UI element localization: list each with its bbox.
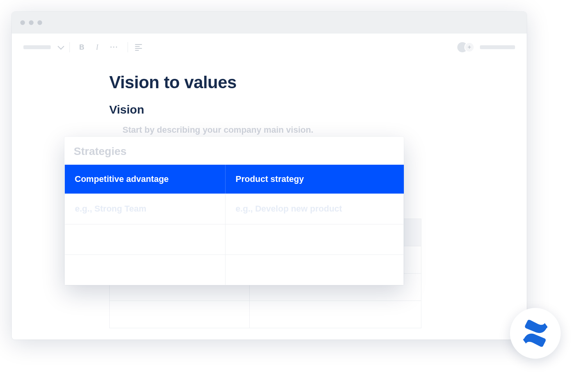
table-row <box>65 224 404 254</box>
table-row <box>65 254 404 285</box>
strategies-column-header-competitive[interactable]: Competitive advantage <box>65 165 226 194</box>
italic-button[interactable]: I <box>94 42 101 53</box>
document-body[interactable]: Vision to values Vision Start by describ… <box>12 73 527 135</box>
strategies-cell[interactable] <box>225 224 403 254</box>
more-formatting-button[interactable]: ··· <box>108 42 121 53</box>
chevron-down-icon[interactable] <box>58 43 64 50</box>
toolbar-right: + <box>457 42 515 52</box>
bg-table-cell[interactable] <box>110 301 250 328</box>
table-row <box>110 301 421 328</box>
confluence-logo-icon <box>522 320 549 347</box>
strategies-cell[interactable] <box>65 224 226 254</box>
window-control-dot <box>37 20 42 25</box>
strategies-heading[interactable]: Strategies <box>64 137 404 165</box>
browser-titlebar <box>12 12 527 34</box>
toolbar-separator <box>128 42 128 52</box>
toolbar-separator <box>69 42 70 52</box>
strategies-column-header-product[interactable]: Product strategy <box>225 165 403 194</box>
toolbar-left: B I ··· <box>23 42 142 53</box>
strategies-table[interactable]: Competitive advantage Product strategy e… <box>64 165 404 285</box>
window-control-dot <box>20 20 25 25</box>
section-heading-vision[interactable]: Vision <box>109 103 527 116</box>
strategies-card: Strategies Competitive advantage Product… <box>64 137 404 285</box>
add-collaborator-button[interactable]: + <box>464 42 474 52</box>
vision-placeholder-text[interactable]: Start by describing your company main vi… <box>109 125 527 135</box>
window-control-dot <box>29 20 34 25</box>
publish-button-placeholder[interactable] <box>480 45 515 49</box>
strategies-cell[interactable]: e.g., Strong Team <box>65 194 226 224</box>
table-row: e.g., Strong Team e.g., Develop new prod… <box>65 194 404 224</box>
strategies-cell[interactable] <box>65 254 226 285</box>
align-left-icon[interactable] <box>135 44 142 51</box>
strategies-cell[interactable] <box>225 254 403 285</box>
bg-table-cell[interactable] <box>249 301 421 328</box>
page-title[interactable]: Vision to values <box>109 73 527 92</box>
confluence-logo-badge <box>510 308 561 359</box>
style-dropdown-placeholder[interactable] <box>23 45 51 49</box>
editor-toolbar: B I ··· + <box>12 34 527 61</box>
strategies-cell[interactable]: e.g., Develop new product <box>225 194 403 224</box>
bold-button[interactable]: B <box>77 42 87 53</box>
